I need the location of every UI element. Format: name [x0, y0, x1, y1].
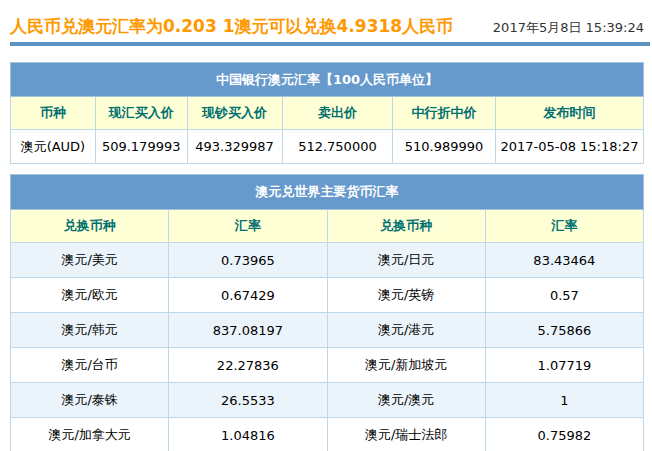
- table-row: 澳元(AUD) 509.179993 493.329987 512.750000…: [11, 130, 644, 164]
- col-header-pair-left: 兑换币种: [11, 210, 169, 243]
- datetime-label: 2017年5月8日 15:39:24: [493, 20, 644, 37]
- table-row: 澳元/韩元 837.08197 澳元/港元 5.75866: [11, 313, 644, 348]
- cell-pair: 澳元/欧元: [11, 278, 169, 313]
- cell-rate: 1.07719: [485, 348, 643, 383]
- cell-rate: 22.27836: [169, 348, 327, 383]
- cell-pair: 澳元/新加坡元: [327, 348, 485, 383]
- col-header-publish-time: 发布时间: [495, 97, 643, 130]
- cell-cash-buy: 493.329987: [187, 130, 282, 164]
- cell-pair: 澳元/台币: [11, 348, 169, 383]
- cell-rate: 0.75982: [485, 418, 643, 451]
- page-title: 人民币兑澳元汇率为0.203 1澳元可以兑换4.9318人民币: [10, 15, 453, 37]
- cell-middle-rate: 510.989990: [393, 130, 496, 164]
- cross-table-title-row: 澳元兑世界主要货币汇率: [11, 175, 644, 210]
- table-row: 澳元/欧元 0.67429 澳元/英镑 0.57: [11, 278, 644, 313]
- cell-sell: 512.750000: [282, 130, 393, 164]
- boc-table-title: 中国银行澳元汇率【100人民币单位】: [11, 63, 644, 97]
- header-divider: [10, 42, 650, 46]
- cell-pair: 澳元/日元: [327, 243, 485, 278]
- boc-table-header-row: 币种 现汇买入价 现钞买入价 卖出价 中行折中价 发布时间: [11, 97, 644, 130]
- col-header-sell: 卖出价: [282, 97, 393, 130]
- col-header-cash-buy: 现钞买入价: [187, 97, 282, 130]
- cell-rate: 1.04816: [169, 418, 327, 451]
- col-header-currency: 币种: [11, 97, 96, 130]
- cell-rate: 1: [485, 383, 643, 418]
- cell-pair: 澳元/加拿大元: [11, 418, 169, 451]
- table-row: 澳元/泰铢 26.5533 澳元/澳元 1: [11, 383, 644, 418]
- cell-rate: 5.75866: [485, 313, 643, 348]
- cell-pair: 澳元/韩元: [11, 313, 169, 348]
- cell-pair: 澳元/泰铢: [11, 383, 169, 418]
- cross-table-header-row: 兑换币种 汇率 兑换币种 汇率: [11, 210, 644, 243]
- table-row: 澳元/加拿大元 1.04816 澳元/瑞士法郎 0.75982: [11, 418, 644, 451]
- col-header-rate-left: 汇率: [169, 210, 327, 243]
- page-header: 人民币兑澳元汇率为0.203 1澳元可以兑换4.9318人民币 2017年5月8…: [10, 0, 644, 37]
- boc-table-title-row: 中国银行澳元汇率【100人民币单位】: [11, 63, 644, 97]
- col-header-rate-right: 汇率: [485, 210, 643, 243]
- page: 人民币兑澳元汇率为0.203 1澳元可以兑换4.9318人民币 2017年5月8…: [0, 0, 652, 451]
- cross-table-title: 澳元兑世界主要货币汇率: [11, 175, 644, 210]
- cell-rate: 83.43464: [485, 243, 643, 278]
- col-header-middle-rate: 中行折中价: [393, 97, 496, 130]
- cell-rate: 0.57: [485, 278, 643, 313]
- boc-rate-table: 中国银行澳元汇率【100人民币单位】 币种 现汇买入价 现钞买入价 卖出价 中行…: [10, 62, 644, 164]
- cell-pair: 澳元/瑞士法郎: [327, 418, 485, 451]
- table-row: 澳元/台币 22.27836 澳元/新加坡元 1.07719: [11, 348, 644, 383]
- cross-rate-table: 澳元兑世界主要货币汇率 兑换币种 汇率 兑换币种 汇率 澳元/美元 0.7396…: [10, 174, 644, 451]
- cell-publish-time: 2017-05-08 15:18:27: [495, 130, 643, 164]
- cell-pair: 澳元/英镑: [327, 278, 485, 313]
- cell-pair: 澳元/美元: [11, 243, 169, 278]
- table-row: 澳元/美元 0.73965 澳元/日元 83.43464: [11, 243, 644, 278]
- cell-pair: 澳元/港元: [327, 313, 485, 348]
- cell-rate: 0.67429: [169, 278, 327, 313]
- cell-rate: 26.5533: [169, 383, 327, 418]
- col-header-pair-right: 兑换币种: [327, 210, 485, 243]
- cell-rate: 0.73965: [169, 243, 327, 278]
- cell-pair: 澳元/澳元: [327, 383, 485, 418]
- col-header-fx-buy: 现汇买入价: [95, 97, 187, 130]
- cell-fx-buy: 509.179993: [95, 130, 187, 164]
- cell-rate: 837.08197: [169, 313, 327, 348]
- cell-currency: 澳元(AUD): [11, 130, 96, 164]
